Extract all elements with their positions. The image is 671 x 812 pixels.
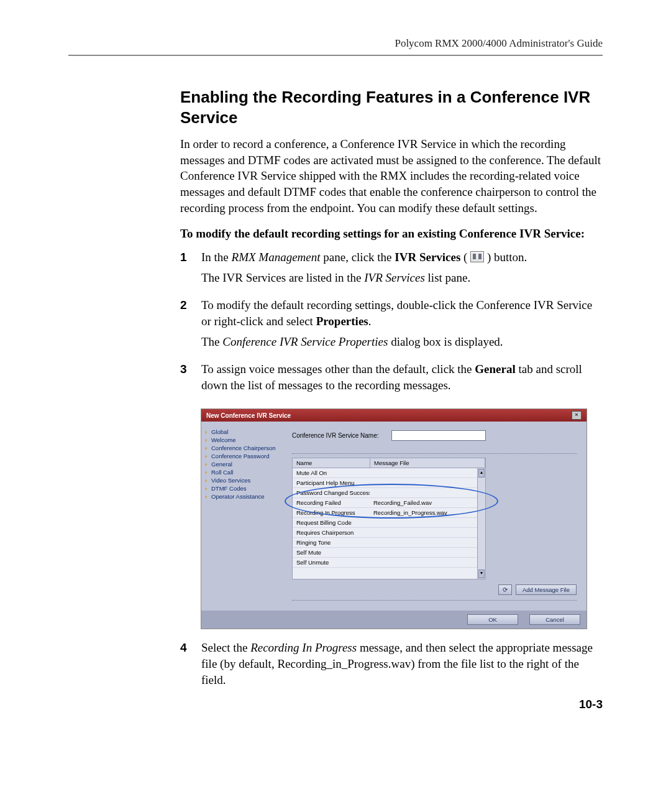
table-row[interactable]: Self Mute: [293, 548, 477, 558]
step-3: 3 To assign voice messages other than th…: [180, 361, 603, 398]
step-number: 2: [180, 297, 201, 355]
nav-video-services[interactable]: Video Services: [205, 476, 281, 484]
nav-conference-chairperson[interactable]: Conference Chairperson: [205, 444, 281, 452]
service-name-label: Conference IVR Service Name:: [292, 432, 391, 439]
intro-paragraph: In order to record a conference, a Confe…: [180, 136, 603, 216]
nav-conference-password[interactable]: Conference Password: [205, 452, 281, 460]
step-number: 4: [180, 640, 201, 693]
dialog-title-text: New Conference IVR Service: [206, 412, 291, 419]
header-rule: [68, 55, 603, 56]
step-2: 2 To modify the default recording settin…: [180, 297, 603, 355]
separator: [292, 453, 577, 454]
content-column: Enabling the Recording Features in a Con…: [180, 87, 603, 693]
step-4: 4 Select the Recording In Progress messa…: [180, 640, 603, 693]
table-row[interactable]: Mute All On: [293, 468, 477, 478]
col-message-file[interactable]: Message File: [370, 458, 485, 468]
table-row[interactable]: Ringing Tone: [293, 538, 477, 548]
procedure-heading: To modify the default recording settings…: [180, 226, 603, 242]
step-number: 1: [180, 249, 201, 291]
step-4-text: Select the Recording In Progress message…: [201, 640, 603, 688]
nav-general[interactable]: General: [205, 460, 281, 468]
ivr-services-icon: [470, 251, 484, 262]
table-row[interactable]: Recording In ProgressRecording_in_Progre…: [293, 508, 477, 518]
nav-operator-assistance[interactable]: Operator Assistance: [205, 492, 281, 501]
step-2-line-1: To modify the default recording settings…: [201, 297, 603, 329]
messages-table: Name Message File Mute All On Participan…: [292, 458, 486, 579]
step-3-text: To assign voice messages other than the …: [201, 361, 603, 393]
step-number: 3: [180, 361, 201, 398]
table-row[interactable]: Requires Chairperson: [293, 528, 477, 538]
table-scrollbar[interactable]: ▴ ▾: [477, 468, 485, 579]
table-row[interactable]: Self Unmute: [293, 558, 477, 568]
step-1-line-2: The IVR Services are listed in the IVR S…: [201, 270, 603, 286]
table-row[interactable]: Password Changed Successfu: [293, 488, 477, 498]
page: Polycom RMX 2000/4000 Administrator's Gu…: [0, 0, 671, 736]
nav-roll-call[interactable]: Roll Call: [205, 468, 281, 476]
step-1-line-1: In the RMX Management pane, click the IV…: [201, 249, 603, 265]
table-row[interactable]: Recording FailedRecording_Failed.wav: [293, 498, 477, 508]
service-name-input[interactable]: [391, 430, 486, 441]
refresh-icon[interactable]: ⟳: [498, 584, 512, 595]
dialog-main: Conference IVR Service Name: Name Messag…: [285, 422, 587, 611]
ok-button[interactable]: OK: [467, 614, 518, 625]
scroll-down-icon[interactable]: ▾: [478, 570, 485, 578]
table-row[interactable]: Participant Help Menu: [293, 478, 477, 488]
dialog-nav: Global Welcome Conference Chairperson Co…: [201, 422, 285, 611]
col-name[interactable]: Name: [293, 458, 370, 468]
step-2-line-2: The Conference IVR Service Properties di…: [201, 334, 603, 350]
page-number: 10-3: [579, 698, 603, 711]
table-row[interactable]: Request Billing Code: [293, 518, 477, 528]
close-icon[interactable]: ×: [572, 411, 582, 420]
nav-dtmf-codes[interactable]: DTMF Codes: [205, 484, 281, 492]
add-message-file-button[interactable]: Add Message File: [516, 584, 577, 595]
steps-list: 1 In the RMX Management pane, click the …: [180, 249, 603, 398]
dialog-titlebar: New Conference IVR Service ×: [201, 409, 587, 422]
table-header: Name Message File: [293, 458, 485, 468]
cancel-button[interactable]: Cancel: [529, 614, 580, 625]
scroll-up-icon[interactable]: ▴: [478, 469, 485, 478]
section-title: Enabling the Recording Features in a Con…: [180, 87, 603, 127]
nav-global[interactable]: Global: [205, 428, 281, 436]
steps-list-cont: 4 Select the Recording In Progress messa…: [180, 640, 603, 693]
nav-welcome[interactable]: Welcome: [205, 436, 281, 444]
dialog-footer: OK Cancel: [201, 611, 587, 629]
running-head: Polycom RMX 2000/4000 Administrator's Gu…: [68, 37, 603, 50]
separator: [292, 600, 577, 601]
ivr-service-dialog: New Conference IVR Service × Global Welc…: [201, 409, 587, 629]
dialog-screenshot: New Conference IVR Service × Global Welc…: [201, 409, 603, 629]
table-body: Mute All On Participant Help Menu Passwo…: [293, 468, 477, 579]
step-1: 1 In the RMX Management pane, click the …: [180, 249, 603, 291]
